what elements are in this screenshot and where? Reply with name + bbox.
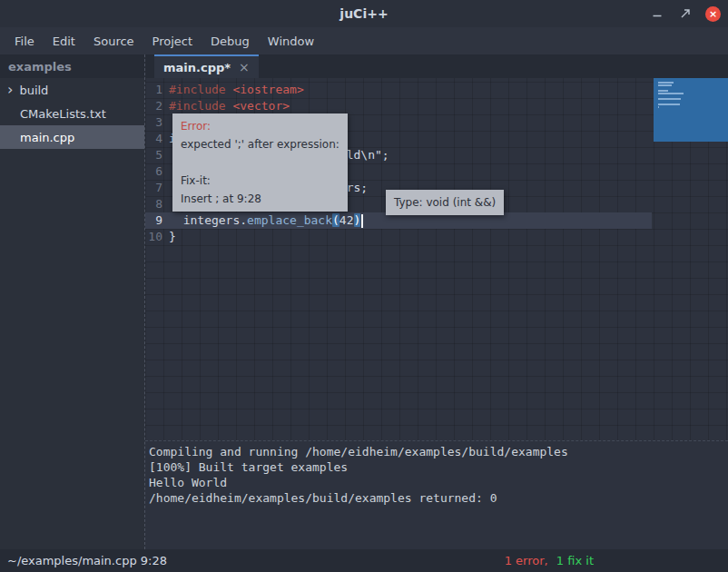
fixit-text: Insert ; at 9:28 [181, 190, 339, 208]
fixit-title: Fix-it: [181, 172, 339, 190]
titlebar[interactable]: juCi++ × [0, 0, 728, 27]
sidebar-item-build[interactable]: ›build [0, 78, 144, 102]
chevron-right-icon[interactable]: › [7, 83, 13, 97]
menu-debug[interactable]: Debug [202, 31, 259, 52]
map-code-line [658, 82, 674, 84]
text-cursor [361, 214, 363, 228]
code-line-1[interactable]: 1#include <iostream> [145, 82, 652, 98]
status-error-count: 1 error, [505, 554, 548, 567]
window-controls: × [649, 0, 721, 27]
juci-window: juCi++ × FileEditSourceProjectDebugWindo… [0, 0, 728, 572]
minimize-icon [652, 8, 663, 19]
code-text: integers.emplace_back(42) [169, 212, 363, 229]
line-number: 4 [145, 131, 169, 147]
code-editor[interactable]: 1#include <iostream>2#include <vector>34… [145, 78, 728, 440]
build-output[interactable]: Compiling and running /home/eidheim/exam… [145, 440, 728, 549]
tree-item-label: CMakeLists.txt [20, 107, 106, 121]
menu-file[interactable]: File [5, 31, 44, 52]
minimize-button[interactable] [649, 5, 665, 22]
line-number: 6 [145, 163, 169, 180]
error-tooltip-message: expected ';' after expression: [181, 135, 339, 153]
file-tree: ›buildCMakeLists.txtmain.cpp [0, 78, 144, 149]
map-code-line [658, 93, 684, 94]
menu-window[interactable]: Window [259, 31, 323, 52]
tab-close-icon[interactable]: × [239, 60, 250, 74]
menubar: FileEditSourceProjectDebugWindow [0, 27, 728, 54]
line-number: 9 [145, 212, 169, 229]
code-text: #include <iostream> [169, 82, 304, 98]
maximize-button[interactable] [677, 5, 694, 22]
content-area: examples ›buildCMakeLists.txtmain.cpp ma… [0, 54, 728, 549]
editor-pane: main.cpp*× 1#include <iostream>2#include… [145, 54, 728, 549]
line-number: 5 [145, 147, 169, 163]
sidebar-item-main-cpp[interactable]: main.cpp [0, 125, 144, 149]
menu-project[interactable]: Project [143, 31, 202, 52]
close-button[interactable]: × [705, 6, 721, 22]
code-text: } [169, 229, 176, 245]
overview-map-slider[interactable] [654, 78, 728, 142]
file-tree-panel: examples ›buildCMakeLists.txtmain.cpp [0, 54, 145, 549]
map-code-line [658, 106, 659, 108]
code-text: #include <vector> [169, 98, 290, 114]
code-line-10[interactable]: 10} [145, 229, 652, 245]
window-title: juCi++ [339, 6, 388, 21]
terminal-line: [100%] Built target examples [149, 459, 728, 475]
project-name: examples [0, 54, 144, 78]
overview-map[interactable] [654, 78, 728, 440]
tab-label: main.cpp* [163, 61, 231, 74]
close-icon: × [709, 9, 717, 19]
error-tooltip: Error: expected ';' after expression: Fi… [172, 113, 348, 212]
map-code-line [658, 84, 672, 86]
error-tooltip-spacer [181, 153, 339, 172]
line-number: 10 [145, 229, 169, 245]
menu-source[interactable]: Source [84, 31, 143, 52]
menu-edit[interactable]: Edit [44, 31, 84, 52]
map-code-line [658, 98, 681, 100]
tab-main-cpp-[interactable]: main.cpp*× [154, 54, 259, 78]
terminal-line: /home/eidheim/examples/build/examples re… [149, 490, 728, 506]
line-number: 1 [145, 82, 169, 98]
line-number: 7 [145, 180, 169, 196]
type-tooltip: Type: void (int &&) [386, 190, 504, 215]
tab-bar: main.cpp*× [145, 54, 728, 78]
status-file-position: ~/examples/main.cpp 9:28 [7, 554, 167, 567]
terminal-line: Hello World [149, 475, 728, 490]
line-number: 2 [145, 98, 169, 114]
map-code-line [658, 90, 668, 92]
tree-item-label: main.cpp [20, 131, 74, 144]
status-fixit-count: 1 fix it [556, 554, 594, 567]
terminal-line: Compiling and running /home/eidheim/exam… [149, 444, 728, 459]
error-tooltip-title: Error: [181, 117, 339, 135]
line-number: 8 [145, 196, 169, 212]
status-bar: ~/examples/main.cpp 9:28 1 error, 1 fix … [0, 549, 728, 572]
sidebar-item-cmakelists-txt[interactable]: CMakeLists.txt [0, 102, 144, 125]
line-number: 3 [145, 114, 169, 131]
map-code-line [658, 104, 680, 105]
status-diagnostics: 1 error, 1 fix it [505, 554, 594, 567]
code-line-2[interactable]: 2#include <vector> [145, 98, 652, 114]
tree-item-label: build [19, 84, 48, 97]
maximize-icon [680, 8, 691, 19]
